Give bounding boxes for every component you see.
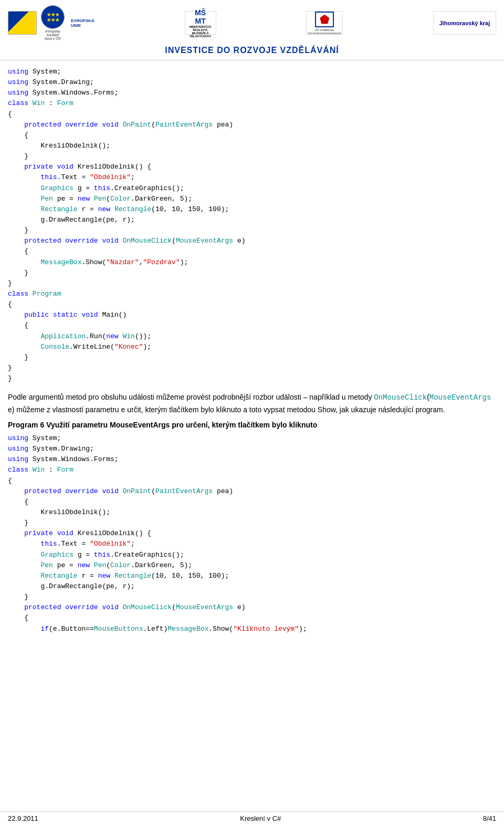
esf-logo: esf — [8, 11, 37, 35]
eu-text: evropskýsociálnífond v ČR — [45, 29, 61, 40]
header: esf ★★★★★★ evropskýsociálnífond v ČR EVR… — [0, 0, 504, 60]
logo-left-group: esf ★★★★★★ evropskýsociálnífond v ČR EVR… — [8, 5, 94, 40]
eu-logo-group: ★★★★★★ evropskýsociálnífond v ČR — [41, 5, 65, 40]
code-block-1: using System; using System.Drawing; usin… — [8, 65, 496, 386]
op-logo: OP Vzdělávánípro konkurenceschopnost — [306, 11, 343, 35]
code-block-2: using System; using System.Drawing; usin… — [8, 431, 496, 636]
header-logos: esf ★★★★★★ evropskýsociálnífond v ČR EVR… — [8, 5, 496, 40]
evropska-unie-text: EVROPSKÁUNIE — [71, 18, 94, 28]
header-title: INVESTICE DO ROZVOJE VZDĚLÁVÁNÍ — [8, 44, 496, 57]
footer-date: 22.9.2011 — [8, 814, 38, 822]
footer-title: Kreslení v C# — [240, 814, 281, 822]
msmt-logo: MŠMT MINISTERSTVO ŠKOLSTVÍ,MLÁDEŽE A TĚL… — [185, 11, 216, 35]
jmk-logo: Jihomoravský kraj — [433, 11, 496, 35]
footer: 22.9.2011 Kreslení v C# 8/41 — [0, 811, 504, 825]
footer-page: 8/41 — [483, 814, 496, 822]
eu-logo: ★★★★★★ — [41, 5, 65, 29]
program-caption: Program 6 Využití parametru MouseEventAr… — [8, 421, 496, 429]
main-content: using System; using System.Drawing; usin… — [0, 60, 504, 641]
page-container: esf ★★★★★★ evropskýsociálnífond v ČR EVR… — [0, 0, 504, 662]
prose-paragraph-1: Podle argumentů metod pro obsluhu událos… — [8, 391, 496, 415]
